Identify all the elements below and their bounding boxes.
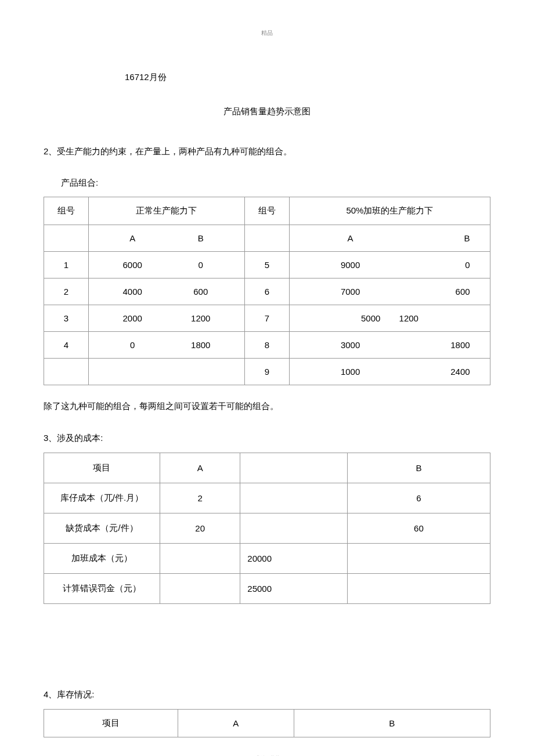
sub-header-a: A (99, 233, 165, 243)
table-cell: A B (88, 225, 244, 252)
table-row: A B A B (44, 225, 490, 252)
header-watermark: 精品 (44, 29, 490, 37)
table-row: 9 1000 2400 (44, 359, 490, 385)
table-cell (245, 225, 290, 252)
table-cell: 计算错误罚金（元） (44, 574, 160, 604)
table-header: B (347, 453, 490, 483)
table-cell: 9000 0 (289, 252, 490, 278)
table-cell (44, 225, 89, 252)
table-cell: 4 (44, 332, 89, 359)
cell-value: 1200 (399, 313, 418, 323)
product-combo-table: 组号 正常生产能力下 组号 50%加班的生产能力下 A B A B 1 6000… (44, 197, 490, 385)
table-cell: 缺货成本（元/件） (44, 513, 160, 544)
cell-value: 1800 (168, 340, 233, 350)
cell-value: 2000 (99, 313, 165, 323)
table-cell: 7000 600 (289, 278, 490, 305)
table-row: 库仔成本（兀/件.月） 2 6 (44, 483, 490, 513)
table-cell: 5000 1200 (289, 305, 490, 332)
cost-table: 项目 A B 库仔成本（兀/件.月） 2 6 缺货成本（元/件） 20 60 加… (44, 453, 490, 604)
paragraph-2: 2、受生产能力的约束，在产量上，两种产品有九种可能的组合。 (44, 143, 490, 159)
month-line: 16712月份 (125, 72, 490, 83)
sub-header-b: B (400, 233, 477, 243)
table-row: 组号 正常生产能力下 组号 50%加班的生产能力下 (44, 197, 490, 225)
cell-value: 0 (99, 340, 165, 350)
table-cell: 6000 0 (88, 252, 244, 278)
table-cell: 7 (245, 305, 290, 332)
table-cell (44, 359, 89, 385)
table-header: 组号 (44, 197, 89, 225)
section-3-heading: 3、涉及的成本: (44, 430, 490, 446)
product-combo-label: 产品组合: (61, 178, 490, 189)
subtitle: 产品销售量趋势示意图 (44, 106, 490, 117)
inventory-table: 项目 A B (44, 709, 490, 737)
cell-value: 3000 (302, 340, 398, 350)
table-cell: 3 (44, 305, 89, 332)
cell-value: 9000 (302, 260, 398, 270)
table-cell: 20 (160, 513, 240, 544)
table-header: A (178, 710, 294, 737)
table-cell: 1 (44, 252, 89, 278)
table-header: B (294, 710, 490, 737)
table-cell: 4000 600 (88, 278, 244, 305)
cell-value: 1000 (302, 367, 398, 377)
table-cell (240, 483, 348, 513)
table-cell: 6 (245, 278, 290, 305)
table-row: 3 2000 1200 7 5000 1200 (44, 305, 490, 332)
cell-value: 0 (400, 260, 477, 270)
table-row: 项目 A B (44, 453, 490, 483)
table-row: 4 0 1800 8 3000 1800 (44, 332, 490, 359)
table-row: 2 4000 600 6 7000 600 (44, 278, 490, 305)
table-cell (347, 574, 490, 604)
table-cell (160, 574, 240, 604)
table-row: 1 6000 0 5 9000 0 (44, 252, 490, 278)
sub-header-a: A (302, 233, 398, 243)
table-row: 计算错误罚金（元） 25000 (44, 574, 490, 604)
table-cell: 1000 2400 (289, 359, 490, 385)
table-cell: 3000 1800 (289, 332, 490, 359)
table-cell: A B (289, 225, 490, 252)
cell-value: 4000 (99, 287, 165, 296)
cell-value: 600 (168, 287, 233, 296)
table-cell: 库仔成本（兀/件.月） (44, 483, 160, 513)
table-row: 加班成本（元） 20000 (44, 544, 490, 574)
table-cell (347, 544, 490, 574)
table-cell (160, 544, 240, 574)
table-cell: 2 (160, 483, 240, 513)
table-cell (240, 513, 348, 544)
cell-value: 5000 (361, 313, 396, 323)
cell-value: 2400 (400, 367, 477, 377)
table-cell: 8 (245, 332, 290, 359)
table-cell: 25000 (240, 574, 348, 604)
cell-value: 6000 (99, 260, 165, 270)
table-cell: 6 (347, 483, 490, 513)
cell-value: 600 (400, 287, 477, 296)
table-cell: 9 (245, 359, 290, 385)
table-cell (88, 359, 244, 385)
cell-value: 1200 (168, 313, 233, 323)
table-cell: 5 (245, 252, 290, 278)
table-header: 正常生产能力下 (88, 197, 244, 225)
table-header: 项目 (44, 453, 160, 483)
table-row: 项目 A B (44, 710, 490, 737)
table-cell: 60 (347, 513, 490, 544)
table-cell: 加班成本（元） (44, 544, 160, 574)
sub-header-b: B (168, 233, 233, 243)
table-cell: 2000 1200 (88, 305, 244, 332)
table-header: 50%加班的生产能力下 (289, 197, 490, 225)
table-header: 组号 (245, 197, 290, 225)
table-cell: 0 1800 (88, 332, 244, 359)
table-cell: 2 (44, 278, 89, 305)
table-cell: 20000 (240, 544, 348, 574)
table-header: A (160, 453, 240, 483)
paragraph-after-table1: 除了这九种可能的组合，每两组之间可设置若干可能的组合。 (44, 398, 490, 414)
section-4-heading: 4、库存情况: (44, 686, 490, 702)
table-header: 项目 (44, 710, 178, 737)
table-row: 缺货成本（元/件） 20 60 (44, 513, 490, 544)
table-header (240, 453, 348, 483)
cell-value: 1800 (400, 340, 477, 350)
cell-value: 7000 (302, 287, 398, 296)
cell-value: 0 (168, 260, 233, 270)
